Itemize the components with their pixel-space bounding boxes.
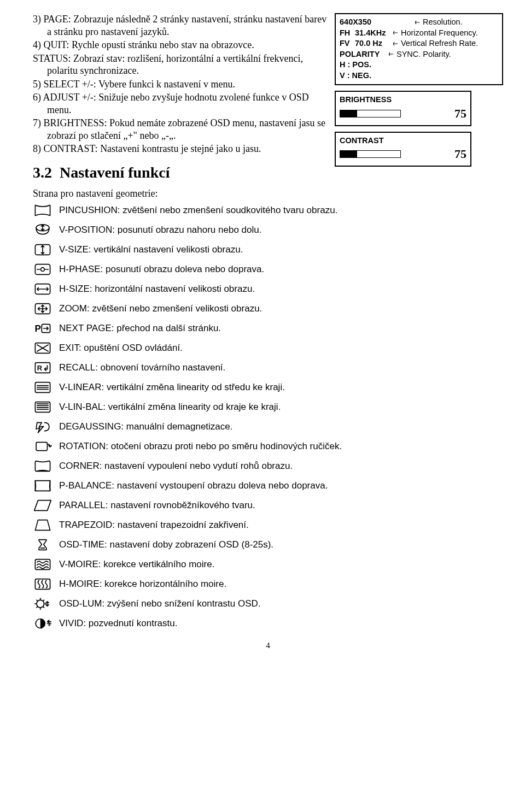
- function-list: PINCUSHION: zvětšení nebo zmenšení soudk…: [33, 203, 503, 631]
- v-lin-bal-icon: [33, 399, 52, 415]
- function-text: PINCUSHION: zvětšení nebo zmenšení soudk…: [59, 203, 337, 216]
- function-row: V-LINEAR: vertikální změna linearity od …: [33, 380, 503, 395]
- fh-label: FH: [340, 28, 355, 39]
- item-6: 6) ADJUST +/-: Snižuje nebo zvyšuje hodn…: [33, 91, 330, 116]
- function-row: ZOOM: zvětšení nebo zmenšení velikosti o…: [33, 301, 503, 316]
- v-size-icon: [33, 242, 52, 257]
- fv-desc: Vertical Refresh Rate.: [400, 38, 498, 49]
- function-row: DEGAUSSING: manuální demagnetizace.: [33, 419, 503, 434]
- function-text: OSD-LUM: zvýšení nebo snížení kontrastu …: [59, 596, 260, 609]
- function-text: CORNER: nastavení vypoulení nebo vydutí …: [59, 458, 293, 472]
- function-row: V-SIZE: vertikální nastavení velikosti o…: [33, 242, 503, 257]
- function-row: CORNER: nastavení vypoulení nebo vydutí …: [33, 458, 503, 474]
- function-row: ROTATION: otočení obrazu proti nebo po s…: [33, 439, 503, 454]
- page-number: 4: [33, 641, 503, 650]
- function-row: H-MOIRE: korekce horizontálního moire.: [33, 576, 503, 592]
- next-page-icon: P: [33, 321, 52, 336]
- function-row: OSD-TIME: nastavení doby zobrazení OSD (…: [33, 537, 503, 552]
- degaussing-icon: [33, 419, 52, 434]
- item-7: 7) BRIGHTNESS: Pokud nemáte zobrazené OS…: [33, 117, 330, 142]
- item-5: 5) SELECT +/-: Vybere funkci k nastavení…: [33, 78, 330, 91]
- bar-label: CONTRAST: [340, 136, 466, 146]
- function-text: H-SIZE: horizontální nastavení velikosti…: [59, 281, 255, 295]
- bar-value: 75: [454, 105, 466, 122]
- function-row: PINCUSHION: zvětšení nebo zmenšení soudk…: [33, 203, 503, 218]
- function-text: NEXT PAGE: přechod na další stránku.: [59, 321, 221, 334]
- v-position-icon: [33, 222, 52, 238]
- svg-point-3: [41, 267, 45, 271]
- parallel-icon: [33, 498, 52, 513]
- zoom-icon: [33, 301, 52, 316]
- polarity-h: H : POS.: [340, 60, 498, 70]
- function-text: DEGAUSSING: manuální demagnetizace.: [59, 419, 232, 432]
- function-row: EXIT: opuštění OSD ovládání.: [33, 340, 503, 356]
- contrast-figure: CONTRAST 75: [335, 132, 471, 167]
- function-text: EXIT: opuštění OSD ovládání.: [59, 340, 183, 354]
- svg-text:P: P: [35, 323, 41, 333]
- figures-column: 640X350 Resolution. FH 31.4KHz Horizonta…: [335, 13, 503, 172]
- polarity-label: POLARITY: [340, 49, 389, 60]
- function-text: V-LINEAR: vertikální změna linearity od …: [59, 380, 285, 393]
- function-text: V-POSITION: posunutí obrazu nahoru nebo …: [59, 222, 261, 236]
- fv-value: 70.0 Hz: [355, 38, 393, 49]
- bar-track: [340, 110, 401, 117]
- fh-value: 31.4KHz: [355, 28, 393, 39]
- section-heading: 3.2 Nastavení funkcí: [33, 164, 330, 181]
- corner-icon: [33, 458, 52, 474]
- function-text: OSD-TIME: nastavení doby zobrazení OSD (…: [59, 537, 273, 550]
- brightness-figure: BRIGHTNESS 75: [335, 91, 471, 126]
- function-row: V-LIN-BAL: vertikální změna linearity od…: [33, 399, 503, 415]
- resolution-label: Resolution.: [422, 17, 498, 28]
- svg-rect-13: [36, 442, 47, 450]
- item-8: 8) CONTRAST: Nastavení kontrastu je stej…: [33, 143, 330, 155]
- exit-icon: [33, 340, 52, 356]
- function-row: RRECALL: obnovení továrního nastavení.: [33, 360, 503, 375]
- osd-time-icon: [33, 537, 52, 552]
- svg-text:R: R: [37, 364, 42, 372]
- h-size-icon: [33, 281, 52, 297]
- function-row: OSD-LUM: zvýšení nebo snížení kontrastu …: [33, 596, 503, 611]
- function-row: PNEXT PAGE: přechod na další stránku.: [33, 321, 503, 336]
- fh-desc: Horizontal Frequency.: [400, 28, 498, 39]
- function-row: P-BALANCE: nastavení vystoupení obrazu d…: [33, 478, 503, 493]
- function-text: ROTATION: otočení obrazu proti nebo po s…: [59, 439, 342, 452]
- function-text: V-SIZE: vertikální nastavení velikosti o…: [59, 242, 243, 255]
- subsection-lead: Strana pro nastavení geometrie:: [33, 188, 503, 199]
- function-text: VIVID: pozvednutí kontrastu.: [59, 616, 177, 629]
- bar-value: 75: [454, 146, 466, 162]
- function-row: H-SIZE: horizontální nastavení velikosti…: [33, 281, 503, 297]
- function-text: PARALLEL: nastavení rovnoběžníkového tva…: [59, 498, 255, 511]
- function-text: H-PHASE: posunutí obrazu doleva nebo dop…: [59, 262, 264, 275]
- trapezoid-icon: [33, 517, 52, 533]
- polarity-desc: SYNC. Polarity.: [395, 49, 498, 60]
- numbered-list: 3) PAGE: Zobrazuje následně 2 stránky na…: [33, 13, 330, 183]
- polarity-v: V : NEG.: [340, 70, 498, 81]
- function-text: P-BALANCE: nastavení vystoupení obrazu d…: [59, 478, 328, 491]
- status-figure: 640X350 Resolution. FH 31.4KHz Horizonta…: [335, 13, 503, 85]
- h-phase-icon: [33, 262, 52, 277]
- recall-icon: R: [33, 360, 52, 375]
- function-row: H-PHASE: posunutí obrazu doleva nebo dop…: [33, 262, 503, 277]
- p-balance-icon: [33, 478, 52, 493]
- bar-track: [340, 150, 401, 158]
- function-row: TRAPEZOID: nastavení trapezoidní zakřive…: [33, 517, 503, 533]
- v-moire-icon: [33, 557, 52, 572]
- function-text: TRAPEZOID: nastavení trapezoidní zakřive…: [59, 517, 249, 531]
- resolution-value: 640X350: [340, 17, 389, 28]
- function-text: RECALL: obnovení továrního nastavení.: [59, 360, 225, 373]
- function-row: V-POSITION: posunutí obrazu nahoru nebo …: [33, 222, 503, 238]
- function-row: PARALLEL: nastavení rovnoběžníkového tva…: [33, 498, 503, 513]
- function-text: V-LIN-BAL: vertikální změna linearity od…: [59, 399, 281, 413]
- fv-label: FV: [340, 38, 355, 49]
- bar-label: BRIGHTNESS: [340, 95, 466, 105]
- function-text: H-MOIRE: korekce horizontálního moire.: [59, 576, 226, 590]
- svg-text:+: +: [48, 621, 51, 627]
- rotation-icon: [33, 439, 52, 454]
- function-text: V-MOIRE: korekce vertikálního moire.: [59, 557, 214, 570]
- function-row: V-MOIRE: korekce vertikálního moire.: [33, 557, 503, 572]
- function-row: +VIVID: pozvednutí kontrastu.: [33, 616, 503, 631]
- item-status: STATUS: Zobrazí stav: rozlišení, horizon…: [33, 52, 330, 77]
- item-4: 4) QUIT: Rychle opustí stránku nebo stav…: [33, 39, 330, 51]
- pincushion-icon: [33, 203, 52, 218]
- vivid-icon: +: [33, 616, 52, 631]
